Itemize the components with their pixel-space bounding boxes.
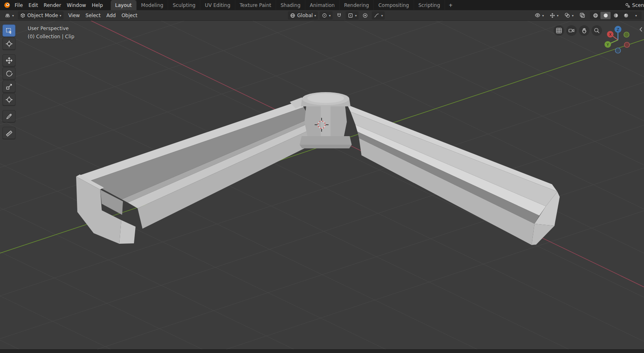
toggle-xray-button[interactable] <box>577 11 587 20</box>
pivot-point-selector[interactable]: ▾ <box>320 11 333 20</box>
gizmo-x-negative[interactable] <box>624 42 630 48</box>
menu-window[interactable]: Window <box>64 0 89 10</box>
tool-move[interactable] <box>2 54 15 66</box>
shading-wireframe-button[interactable] <box>590 12 600 19</box>
workspace-tab-texture-paint[interactable]: Texture Paint <box>235 0 276 10</box>
measure-icon <box>5 129 13 137</box>
tool-cursor[interactable] <box>2 38 15 50</box>
scene-label: Scen <box>632 2 644 8</box>
orientation-global-icon <box>290 13 296 18</box>
pivot-point-icon <box>322 13 327 18</box>
right-beam-end-cap-lower <box>532 224 554 245</box>
chevron-down-icon: ▾ <box>557 14 559 18</box>
workspace-tab-sculpting[interactable]: Sculpting <box>168 0 200 10</box>
workspace-tab-layout[interactable]: Layout <box>111 0 136 10</box>
object-visibility-dropdown[interactable]: ▾ <box>532 11 546 20</box>
mode-selector[interactable]: Object Mode ▾ <box>18 11 64 20</box>
hinge-flange <box>300 136 352 145</box>
gizmo-arrows-icon <box>550 13 555 18</box>
chevron-down-icon: ▾ <box>355 14 357 18</box>
menu-help[interactable]: Help <box>89 0 105 10</box>
tool-transform[interactable] <box>2 93 15 106</box>
tool-measure[interactable] <box>2 127 15 139</box>
falloff-curve-icon <box>374 13 379 18</box>
navigation-gizmo[interactable]: Z X Y <box>602 24 634 56</box>
chevron-down-icon: ▾ <box>12 14 14 18</box>
workspace-tab-modeling[interactable]: Modeling <box>136 0 168 10</box>
view-perspective-label: User Perspective <box>28 24 74 33</box>
viewport-menu-view[interactable]: View <box>66 13 83 18</box>
header-right-cluster: ▾ ▾ ▾ <box>532 11 642 20</box>
menu-render[interactable]: Render <box>41 0 64 10</box>
viewport-menu-add[interactable]: Add <box>103 13 118 18</box>
foot-front-face <box>119 220 136 244</box>
gizmo-x-label: X <box>609 33 611 37</box>
topbar: FileEditRenderWindowHelp LayoutModelingS… <box>0 0 644 10</box>
gizmo-z-label: Z <box>617 28 619 32</box>
tool-scale[interactable] <box>2 80 15 93</box>
pan-view-button[interactable] <box>579 25 589 36</box>
rotate-icon <box>5 70 13 77</box>
viewport-menu-select[interactable]: Select <box>83 13 103 18</box>
tool-rotate[interactable] <box>2 67 15 79</box>
menu-file[interactable]: File <box>12 0 26 10</box>
magnet-icon <box>336 13 342 18</box>
editor-type-button[interactable]: ▾ <box>2 11 16 20</box>
workspace-tab-rendering[interactable]: Rendering <box>339 0 373 10</box>
transform-orientation-selector[interactable]: Global ▾ <box>288 11 318 20</box>
camera-view-button[interactable] <box>566 25 577 36</box>
cursor-icon <box>5 40 13 48</box>
toggle-perspective-button[interactable] <box>554 25 564 36</box>
workspace-tab-shading[interactable]: Shading <box>276 0 305 10</box>
zoom-view-button[interactable] <box>591 25 602 36</box>
viewport-3d[interactable]: User Perspective (0) Collection | Clip <box>0 21 644 349</box>
sidebar-collapse-toggle[interactable] <box>638 26 643 34</box>
blender-logo-icon[interactable] <box>2 0 12 10</box>
viewport-header: ▾ Object Mode ▾ ViewSelectAddObject Glob… <box>0 10 644 21</box>
viewport-scene <box>0 21 644 349</box>
transform-icon <box>5 96 13 104</box>
viewport-nav-cluster <box>554 25 602 36</box>
workspace-tab-compositing[interactable]: Compositing <box>373 0 413 10</box>
magnifier-icon <box>594 27 600 34</box>
chevron-down-icon: ▾ <box>60 14 61 18</box>
mode-label: Object Mode <box>27 13 58 18</box>
editor-3d-viewport-icon <box>4 12 11 18</box>
solid-sphere-icon <box>603 13 609 18</box>
shading-options-dropdown[interactable]: ▾ <box>631 12 641 19</box>
grid-perspective-icon <box>556 27 562 34</box>
show-gizmo-dropdown[interactable]: ▾ <box>548 11 561 20</box>
workspace-tab-animation[interactable]: Animation <box>305 0 339 10</box>
snap-toggle[interactable] <box>334 11 344 20</box>
chevron-down-icon: ▾ <box>314 14 316 18</box>
viewport-menu-object[interactable]: Object <box>118 13 140 18</box>
proportional-editing-toggle[interactable] <box>360 11 370 20</box>
chevron-down-icon: ▾ <box>542 14 544 18</box>
proportional-falloff-selector[interactable]: ▾ <box>372 11 385 20</box>
workspace-tab-uv-editing[interactable]: UV Editing <box>200 0 235 10</box>
hinge-flange-bottom <box>300 145 352 148</box>
tool-select-box[interactable] <box>2 24 15 37</box>
tool-annotate[interactable] <box>2 110 15 122</box>
gizmo-y-negative[interactable] <box>624 32 629 38</box>
blender-logo-glyph <box>4 2 11 9</box>
viewport-menus: ViewSelectAddObject <box>66 13 140 18</box>
workspace-tabs: LayoutModelingSculptingUV EditingTexture… <box>111 0 456 10</box>
scene-selector[interactable]: Scen <box>622 0 644 10</box>
add-workspace-button[interactable]: + <box>445 0 456 10</box>
wireframe-sphere-icon <box>593 13 598 18</box>
snap-target-selector[interactable]: ▾ <box>346 11 359 20</box>
chevron-down-icon: ▾ <box>329 14 331 18</box>
shading-material-button[interactable] <box>611 12 621 19</box>
hinge-cap-inner <box>307 94 344 103</box>
scene-icon <box>625 2 631 8</box>
header-center-cluster: Global ▾ ▾ ▾ <box>288 11 385 20</box>
shading-rendered-button[interactable] <box>621 12 631 19</box>
menu-edit[interactable]: Edit <box>26 0 41 10</box>
move-icon <box>5 57 13 64</box>
show-overlays-dropdown[interactable]: ▾ <box>562 11 576 20</box>
shading-solid-button[interactable] <box>600 12 611 19</box>
workspace-tab-scripting[interactable]: Scripting <box>414 0 445 10</box>
annotate-icon <box>5 113 13 120</box>
gizmo-z-negative[interactable] <box>616 48 621 53</box>
